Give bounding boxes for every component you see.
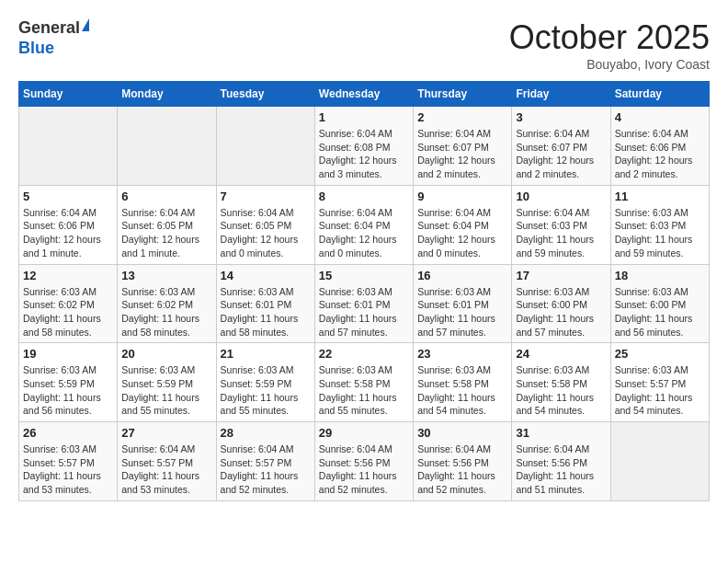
calendar-cell: 13Sunrise: 6:03 AMSunset: 6:02 PMDayligh…: [118, 264, 216, 343]
calendar-cell: 14Sunrise: 6:03 AMSunset: 6:01 PMDayligh…: [216, 264, 314, 343]
day-info: Sunrise: 6:04 AMSunset: 5:57 PMDaylight:…: [221, 442, 311, 497]
day-number: 2: [417, 110, 507, 124]
calendar-week-row: 19Sunrise: 6:03 AMSunset: 5:59 PMDayligh…: [19, 343, 710, 422]
calendar-week-row: 1Sunrise: 6:04 AMSunset: 6:08 PMDaylight…: [19, 107, 710, 186]
calendar-cell: 21Sunrise: 6:03 AMSunset: 5:59 PMDayligh…: [216, 343, 314, 422]
weekday-header: Saturday: [610, 82, 709, 107]
day-number: 21: [221, 347, 311, 361]
weekday-header: Sunday: [19, 82, 118, 107]
day-number: 14: [221, 269, 311, 282]
day-info: Sunrise: 6:03 AMSunset: 5:59 PMDaylight:…: [221, 363, 311, 418]
day-info: Sunrise: 6:03 AMSunset: 6:03 PMDaylight:…: [615, 206, 705, 260]
day-number: 28: [221, 426, 311, 440]
calendar-header: SundayMondayTuesdayWednesdayThursdayFrid…: [19, 82, 710, 107]
day-number: 8: [319, 190, 409, 203]
day-info: Sunrise: 6:03 AMSunset: 5:57 PMDaylight:…: [23, 442, 113, 497]
calendar-cell: 12Sunrise: 6:03 AMSunset: 6:02 PMDayligh…: [19, 264, 118, 343]
day-info: Sunrise: 6:03 AMSunset: 5:58 PMDaylight:…: [516, 363, 606, 418]
day-number: 5: [23, 190, 113, 203]
weekday-header: Monday: [118, 82, 216, 107]
weekday-header: Tuesday: [216, 82, 314, 107]
calendar-cell: 18Sunrise: 6:03 AMSunset: 6:00 PMDayligh…: [610, 264, 709, 343]
day-number: 12: [23, 269, 113, 282]
day-number: 22: [319, 347, 409, 361]
calendar-week-row: 5Sunrise: 6:04 AMSunset: 6:06 PMDaylight…: [19, 185, 710, 264]
calendar-cell: 1Sunrise: 6:04 AMSunset: 6:08 PMDaylight…: [314, 107, 413, 186]
day-info: Sunrise: 6:03 AMSunset: 6:01 PMDaylight:…: [221, 285, 311, 339]
page-header: General Blue October 2025 Bouyabo, Ivory…: [18, 18, 710, 72]
day-number: 20: [121, 347, 211, 361]
calendar-cell: 29Sunrise: 6:04 AMSunset: 5:56 PMDayligh…: [314, 422, 413, 501]
calendar-cell: 19Sunrise: 6:03 AMSunset: 5:59 PMDayligh…: [19, 343, 118, 422]
day-number: 31: [516, 426, 606, 440]
day-info: Sunrise: 6:04 AMSunset: 5:56 PMDaylight:…: [319, 442, 409, 497]
calendar-cell: 6Sunrise: 6:04 AMSunset: 6:05 PMDaylight…: [118, 185, 216, 264]
day-info: Sunrise: 6:04 AMSunset: 5:56 PMDaylight:…: [417, 442, 507, 497]
weekday-header: Thursday: [414, 82, 512, 107]
logo-general: General: [18, 18, 80, 37]
calendar-table: SundayMondayTuesdayWednesdayThursdayFrid…: [18, 81, 710, 501]
day-info: Sunrise: 6:04 AMSunset: 5:57 PMDaylight:…: [121, 442, 211, 497]
day-info: Sunrise: 6:03 AMSunset: 6:02 PMDaylight:…: [121, 285, 211, 339]
calendar-cell: 10Sunrise: 6:04 AMSunset: 6:03 PMDayligh…: [512, 185, 610, 264]
logo: General Blue: [18, 18, 89, 58]
calendar-cell: 5Sunrise: 6:04 AMSunset: 6:06 PMDaylight…: [19, 185, 118, 264]
calendar-cell: 25Sunrise: 6:03 AMSunset: 5:57 PMDayligh…: [610, 343, 709, 422]
calendar-week-row: 12Sunrise: 6:03 AMSunset: 6:02 PMDayligh…: [19, 264, 710, 343]
day-info: Sunrise: 6:04 AMSunset: 6:04 PMDaylight:…: [319, 206, 409, 260]
logo-arrow-icon: [82, 18, 89, 31]
month-title: October 2025: [509, 18, 710, 57]
calendar-week-row: 26Sunrise: 6:03 AMSunset: 5:57 PMDayligh…: [19, 422, 710, 501]
day-number: 10: [516, 190, 606, 203]
day-number: 15: [319, 269, 409, 282]
calendar-body: 1Sunrise: 6:04 AMSunset: 6:08 PMDaylight…: [19, 107, 710, 501]
calendar-cell: 15Sunrise: 6:03 AMSunset: 6:01 PMDayligh…: [314, 264, 413, 343]
calendar-cell: 23Sunrise: 6:03 AMSunset: 5:58 PMDayligh…: [414, 343, 512, 422]
day-info: Sunrise: 6:04 AMSunset: 6:07 PMDaylight:…: [516, 127, 606, 181]
day-number: 24: [516, 347, 606, 361]
day-info: Sunrise: 6:03 AMSunset: 6:02 PMDaylight:…: [23, 285, 113, 339]
day-number: 4: [615, 110, 705, 124]
title-block: October 2025 Bouyabo, Ivory Coast: [509, 18, 710, 72]
day-info: Sunrise: 6:03 AMSunset: 6:00 PMDaylight:…: [516, 285, 606, 339]
day-number: 16: [417, 269, 507, 282]
day-number: 26: [23, 426, 113, 440]
calendar-cell: 31Sunrise: 6:04 AMSunset: 5:56 PMDayligh…: [512, 422, 610, 501]
calendar-cell: 17Sunrise: 6:03 AMSunset: 6:00 PMDayligh…: [512, 264, 610, 343]
day-number: 23: [417, 347, 507, 361]
day-number: 1: [319, 110, 409, 124]
calendar-cell: 9Sunrise: 6:04 AMSunset: 6:04 PMDaylight…: [414, 185, 512, 264]
calendar-cell: 27Sunrise: 6:04 AMSunset: 5:57 PMDayligh…: [118, 422, 216, 501]
weekday-header: Friday: [512, 82, 610, 107]
calendar-cell: [19, 107, 118, 186]
day-info: Sunrise: 6:04 AMSunset: 6:06 PMDaylight:…: [23, 206, 113, 260]
calendar-cell: [216, 107, 314, 186]
location: Bouyabo, Ivory Coast: [509, 57, 710, 72]
day-info: Sunrise: 6:03 AMSunset: 5:59 PMDaylight:…: [23, 363, 113, 418]
day-number: 25: [615, 347, 705, 361]
day-number: 6: [121, 190, 211, 203]
day-info: Sunrise: 6:03 AMSunset: 6:01 PMDaylight:…: [417, 285, 507, 339]
day-info: Sunrise: 6:03 AMSunset: 5:57 PMDaylight:…: [615, 363, 705, 418]
calendar-cell: 30Sunrise: 6:04 AMSunset: 5:56 PMDayligh…: [414, 422, 512, 501]
day-info: Sunrise: 6:04 AMSunset: 6:05 PMDaylight:…: [121, 206, 211, 260]
day-number: 7: [221, 190, 311, 203]
calendar-cell: 28Sunrise: 6:04 AMSunset: 5:57 PMDayligh…: [216, 422, 314, 501]
calendar-cell: 16Sunrise: 6:03 AMSunset: 6:01 PMDayligh…: [414, 264, 512, 343]
day-number: 13: [121, 269, 211, 282]
day-number: 11: [615, 190, 705, 203]
day-number: 3: [516, 110, 606, 124]
calendar-cell: 4Sunrise: 6:04 AMSunset: 6:06 PMDaylight…: [610, 107, 709, 186]
calendar-cell: 22Sunrise: 6:03 AMSunset: 5:58 PMDayligh…: [314, 343, 413, 422]
calendar-cell: 24Sunrise: 6:03 AMSunset: 5:58 PMDayligh…: [512, 343, 610, 422]
calendar-cell: 26Sunrise: 6:03 AMSunset: 5:57 PMDayligh…: [19, 422, 118, 501]
day-info: Sunrise: 6:04 AMSunset: 6:04 PMDaylight:…: [417, 206, 507, 260]
logo-blue: Blue: [18, 39, 54, 57]
day-number: 17: [516, 269, 606, 282]
day-number: 27: [121, 426, 211, 440]
weekday-row: SundayMondayTuesdayWednesdayThursdayFrid…: [19, 82, 710, 107]
calendar-cell: 20Sunrise: 6:03 AMSunset: 5:59 PMDayligh…: [118, 343, 216, 422]
day-info: Sunrise: 6:04 AMSunset: 6:03 PMDaylight:…: [516, 206, 606, 260]
day-info: Sunrise: 6:03 AMSunset: 5:59 PMDaylight:…: [121, 363, 211, 418]
day-number: 30: [417, 426, 507, 440]
